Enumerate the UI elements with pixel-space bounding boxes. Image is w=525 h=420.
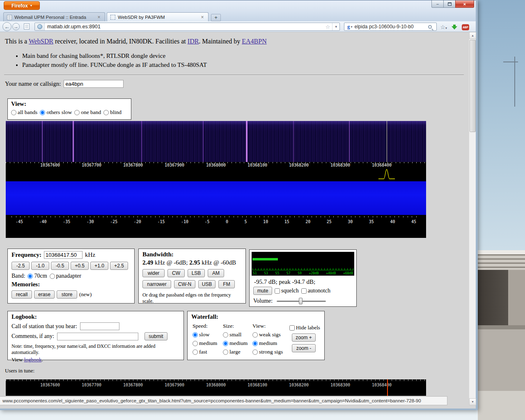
minimize-button[interactable]: –	[431, 0, 444, 8]
new-tab-button[interactable]: +	[211, 14, 221, 21]
slider-thumb[interactable]	[299, 298, 303, 304]
frequency-scale[interactable]: 10367600 10367700 10367800 10367900 1036…	[6, 162, 426, 168]
vertical-scrollbar[interactable]: ▲ ▼	[469, 32, 476, 405]
offset-scale[interactable]: -45 -40 -35 -30 -25 -20 -15 -10 -5 0 5 1…	[6, 216, 426, 227]
tab-close-icon[interactable]: ×	[96, 14, 101, 20]
back-button[interactable]: ←	[2, 22, 11, 31]
bookmark-star-icon[interactable]: ☆	[323, 24, 332, 30]
frequency-input[interactable]	[44, 251, 83, 259]
band-overview-strip[interactable]: 10367600 10367700 10367800 10367900 1036…	[6, 379, 426, 396]
band-radio-70cm[interactable]	[28, 274, 33, 279]
url-dropdown-icon[interactable]: ▾	[332, 23, 339, 30]
search-box[interactable]: g ▾ elpida pc3-10600u-9-10-b0	[344, 23, 437, 31]
search-icon[interactable]	[428, 25, 432, 29]
search-input[interactable]: elpida pc3-10600u-9-10-b0	[355, 24, 428, 30]
scroll-up-button[interactable]: ▲	[469, 32, 476, 39]
wfview-radio-weak[interactable]	[252, 332, 258, 338]
idr-link[interactable]: IDR	[188, 38, 199, 45]
operator-link[interactable]: EA4BPN	[242, 38, 266, 45]
bookmark-page-icon[interactable]	[24, 23, 30, 30]
building-pillar	[508, 270, 525, 325]
usb-mode-button[interactable]: USB	[198, 280, 216, 288]
tab-close-icon[interactable]: ×	[200, 14, 205, 20]
squelch-checkbox[interactable]	[275, 288, 280, 294]
view-option-label: all bands	[18, 109, 37, 116]
view-radio-others-slow[interactable]	[40, 110, 45, 115]
scroll-down-button[interactable]: ▼	[469, 398, 476, 405]
tuning-strip[interactable]	[6, 168, 426, 180]
adblock-button[interactable]: ABP	[462, 24, 469, 30]
intro-segment: receiver, located in Madrid, IN80DK. Fac…	[53, 38, 188, 45]
zoom-in-button[interactable]: zoom +	[292, 333, 316, 342]
search-engine-dropdown-icon[interactable]: ▾	[351, 25, 355, 29]
site-identity-button[interactable]	[35, 23, 45, 30]
tab-websdr[interactable]: WebSDR by PA3FWM ×	[107, 12, 209, 22]
freq-step-button[interactable]: -1.0	[31, 262, 49, 270]
feature-list: Main band for chasing balloons*, RTLSDR …	[15, 52, 207, 71]
downloads-button[interactable]	[452, 25, 457, 30]
call-input[interactable]	[80, 322, 119, 330]
wfview-radio-strong[interactable]	[252, 349, 258, 355]
passband-marker[interactable]	[378, 168, 395, 180]
view-radio-one-band[interactable]	[74, 110, 80, 115]
freq-step-button[interactable]: +0.5	[71, 262, 89, 270]
tab-webmail[interactable]: Webmail UPM Personal :: Entrada ×	[3, 12, 105, 22]
freq-step-button[interactable]: +1.0	[90, 262, 108, 270]
autonotch-checkbox[interactable]	[301, 288, 307, 294]
fm-mode-button[interactable]: FM	[218, 280, 235, 288]
cw-mode-button[interactable]: CW	[167, 269, 185, 277]
panadapter-waterfall[interactable]	[6, 181, 426, 215]
bookmarks-menu-button[interactable]: ☆▾	[440, 23, 447, 31]
firefox-window: Firefox ▾ – × Webmail UPM Personal :: En…	[0, 0, 478, 410]
search-engine-icon[interactable]: g	[344, 23, 351, 30]
offset-tick-label: -35	[63, 219, 70, 227]
callsign-input[interactable]	[64, 80, 124, 88]
logbook-link[interactable]: logbook	[24, 356, 42, 363]
firefox-menu-button[interactable]: Firefox ▾	[4, 1, 40, 10]
url-text[interactable]: matlab.idr.upm.es:8901	[45, 24, 323, 30]
close-window-button[interactable]: ×	[455, 0, 474, 8]
size-option-label: medium	[229, 340, 248, 347]
comments-input[interactable]	[57, 333, 138, 340]
hide-labels-checkbox[interactable]	[289, 325, 295, 331]
volume-label: Volume:	[253, 298, 273, 304]
freq-step-button[interactable]: +2.5	[110, 262, 128, 270]
forward-button[interactable]: →	[12, 23, 20, 30]
size-radio-large[interactable]	[223, 349, 228, 355]
speed-radio-medium[interactable]	[193, 341, 198, 346]
meter-scale-label: +20dB	[309, 272, 319, 275]
maximize-button[interactable]	[444, 0, 455, 8]
size-radio-medium[interactable]	[223, 341, 228, 346]
band-radio-panadapter[interactable]	[50, 274, 55, 279]
cwn-mode-button[interactable]: CW-N	[174, 280, 195, 288]
view-radio-all-bands[interactable]	[11, 110, 16, 115]
hide-labels-label: Hide labels	[296, 324, 320, 331]
am-mode-button[interactable]: AM	[208, 269, 224, 277]
submit-button[interactable]: submit	[144, 332, 167, 340]
freq-tick-label: 10368100	[241, 383, 274, 387]
meter-labels: S1 S3 S5 S7 S9 +20dB +40dB +60dB	[253, 272, 353, 275]
speed-radio-slow[interactable]	[193, 332, 198, 338]
volume-slider[interactable]	[277, 298, 326, 304]
freq-step-button[interactable]: -0.5	[51, 262, 69, 270]
memory-store-button[interactable]: store	[57, 290, 77, 299]
zoom-out-button[interactable]: zoom -	[292, 344, 316, 352]
mute-button[interactable]: mute	[253, 287, 272, 295]
wfview-radio-medium[interactable]	[252, 341, 258, 346]
users-in-tune-label: Users in tune:	[5, 368, 34, 374]
scrollbar-thumb[interactable]	[470, 40, 476, 132]
view-title: View:	[11, 100, 128, 107]
size-radio-small[interactable]	[223, 332, 228, 338]
memory-recall-button[interactable]: recall	[11, 290, 32, 299]
lsb-mode-button[interactable]: LSB	[188, 269, 205, 277]
freq-step-button[interactable]: -2.5	[11, 262, 30, 270]
waterfall-spectrum[interactable]	[6, 121, 426, 162]
speed-radio-fast[interactable]	[193, 349, 198, 355]
memory-erase-button[interactable]: erase	[34, 290, 55, 299]
wider-button[interactable]: wider	[142, 269, 165, 277]
websdr-link[interactable]: WebSDR	[29, 38, 53, 45]
view-radio-blind[interactable]	[103, 110, 109, 115]
download-arrow-icon	[452, 26, 457, 30]
narrower-button[interactable]: narrower	[142, 280, 171, 288]
url-bar[interactable]: matlab.idr.upm.es:8901 ☆ ▾	[34, 23, 340, 31]
